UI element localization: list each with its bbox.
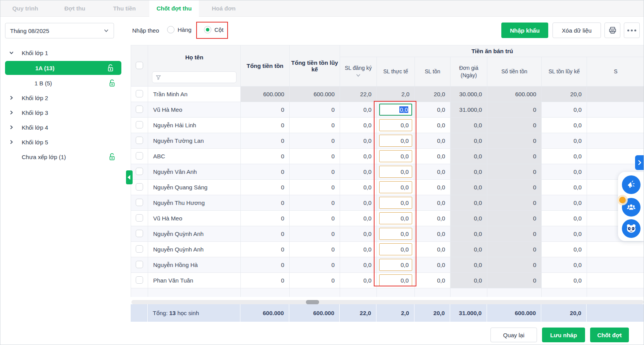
sidebar-item-grade-4[interactable]: Khối lớp 3 <box>0 105 131 120</box>
import-button[interactable]: Nhập khẩu <box>501 23 548 38</box>
row-checkbox[interactable] <box>136 168 143 175</box>
cell-total-acc: 0 <box>290 102 340 118</box>
announcements-button[interactable] <box>622 175 641 194</box>
row-checkbox[interactable] <box>136 230 143 237</box>
totals-sl-ton-luy-ke: 20,0 <box>541 304 587 322</box>
sidebar-item-grade-6[interactable]: Khối lớp 5 <box>0 135 131 149</box>
sl-thuc-te-input[interactable]: 0,0 <box>379 119 412 131</box>
select-all-checkbox[interactable] <box>136 62 143 69</box>
row-checkbox[interactable] <box>136 261 143 268</box>
cell-student-name: Nguyễn Tường Lan <box>148 133 241 149</box>
row-checkbox-cell <box>131 257 148 273</box>
unlocked-padlock-icon <box>108 153 116 161</box>
more-button[interactable] <box>624 23 640 38</box>
chevron-down-icon[interactable] <box>9 50 14 55</box>
row-checkbox[interactable] <box>136 137 143 144</box>
cell-student-name: Nguyễn Quang Sáng <box>148 180 241 195</box>
row-checkbox[interactable] <box>136 245 143 253</box>
cell-so-tien-ton: 0 <box>487 149 542 164</box>
cell-truncated <box>587 133 644 149</box>
row-checkbox-cell <box>131 149 148 164</box>
cell-total: 0 <box>241 133 290 149</box>
chevron-right-icon[interactable] <box>9 110 14 115</box>
chevron-right-icon[interactable] <box>9 95 14 101</box>
sidebar-item-grade-5[interactable]: Khối lớp 4 <box>0 120 131 135</box>
clear-data-button[interactable]: Xóa dữ liệu <box>552 23 601 38</box>
sidebar-item-label: Khối lớp 1 <box>22 50 48 56</box>
cell-sl-thuc-te: 0,0 <box>377 242 415 257</box>
row-checkbox[interactable] <box>136 214 143 222</box>
sidebar-item-grade-0[interactable]: Khối lớp 1 <box>0 45 131 60</box>
cell-don-gia: 0,0 <box>451 242 487 257</box>
scrollbar-thumb[interactable] <box>306 300 319 304</box>
sl-thuc-te-input[interactable]: 0,0 <box>379 197 412 209</box>
print-button[interactable] <box>604 23 620 38</box>
table-row: Nguyễn Quỳnh Anh000,00,00,00,000,0 <box>131 226 644 242</box>
radio-circle-selected[interactable] <box>204 26 211 33</box>
name-filter-input[interactable] <box>152 71 237 83</box>
cell-so-tien-ton: 0 <box>487 102 542 118</box>
sort-chevron-icon[interactable] <box>356 72 361 78</box>
sidebar-item-class-7[interactable]: Chưa xếp lớp (1) <box>0 149 131 164</box>
row-checkbox-cell <box>131 118 148 133</box>
back-button[interactable]: Quay lại <box>490 328 537 342</box>
cell-don-gia: 0,0 <box>451 211 487 226</box>
row-checkbox[interactable] <box>136 121 143 128</box>
sl-thuc-te-input[interactable]: 0,0 <box>379 150 412 162</box>
cell-sl-ton-luy-ke: 0,0 <box>542 149 587 164</box>
chevron-right-icon[interactable] <box>9 125 14 130</box>
cell-sl-ton: 20,0 <box>415 87 451 102</box>
sidebar-item-label: Khối lớp 5 <box>22 139 48 146</box>
header-sl-dang-ky[interactable]: SL đăng ký <box>340 57 377 87</box>
sl-thuc-te-input[interactable]: 0,0 <box>379 212 412 224</box>
save-draft-button[interactable]: Lưu nháp <box>542 328 585 342</box>
cell-sl-ton-luy-ke: 0,0 <box>542 273 587 288</box>
tab-2[interactable]: Đợt thu <box>50 0 100 17</box>
expand-panel-tab[interactable] <box>635 155 644 170</box>
radio-cot[interactable]: Cột <box>204 26 223 33</box>
cell-total: 0 <box>241 242 290 257</box>
cell-don-gia: 30.000,0 <box>451 87 487 102</box>
close-period-button[interactable]: Chốt đợt <box>590 328 629 342</box>
tab-4[interactable]: Chốt đợt thu <box>149 0 199 17</box>
row-checkbox[interactable] <box>136 199 143 206</box>
sl-thuc-te-input[interactable]: 0,0 <box>379 259 412 271</box>
cell-don-gia: 0,0 <box>451 257 487 273</box>
sidebar-item-grade-3[interactable]: Khối lớp 2 <box>0 90 131 105</box>
printer-icon <box>608 26 617 35</box>
row-checkbox[interactable] <box>136 152 143 159</box>
cell-sl-ton: 0,0 <box>415 195 451 211</box>
month-select[interactable]: Tháng 08/2025 <box>5 23 114 38</box>
cell-sl-thuc-te: 0,0 <box>377 118 415 133</box>
row-checkbox[interactable] <box>136 106 143 113</box>
sl-thuc-te-input[interactable]: 0,0 <box>379 181 412 193</box>
row-checkbox[interactable] <box>136 183 143 191</box>
cell-total-acc: 0 <box>290 164 340 180</box>
header-truncated: S <box>587 57 644 87</box>
unlocked-padlock-icon <box>108 79 116 87</box>
sidebar-item-class-2[interactable]: 1 B (5) <box>0 76 131 90</box>
cell-don-gia: 0,0 <box>451 195 487 211</box>
sidebar-item-class-1[interactable]: 1A (13) <box>5 61 121 75</box>
sl-thuc-te-input[interactable]: 0,0 <box>379 135 412 147</box>
sl-thuc-te-input[interactable]: 0,0 <box>379 104 412 116</box>
cell-don-gia: 31.000,0 <box>451 102 487 118</box>
sl-thuc-te-input[interactable]: 0,0 <box>379 228 412 240</box>
class-tree: Khối lớp 11A (13)1 B (5)Khối lớp 2Khối l… <box>0 45 131 164</box>
sidebar-collapse-handle[interactable] <box>126 170 133 184</box>
tab-5[interactable]: Hoá đơn <box>199 0 249 17</box>
tab-1[interactable]: Quy trình <box>0 0 50 17</box>
radio-circle[interactable] <box>167 26 174 33</box>
row-checkbox[interactable] <box>136 90 143 97</box>
sl-thuc-te-input[interactable]: 0,0 <box>379 274 412 286</box>
chevron-right-icon[interactable] <box>9 140 14 145</box>
row-checkbox[interactable] <box>136 276 143 284</box>
chatbot-mascot-button[interactable] <box>622 219 641 238</box>
totals-total-acc: 600.000 <box>289 304 340 322</box>
cell-sl-ton: 0,0 <box>415 180 451 195</box>
tab-3[interactable]: Thu tiền <box>100 0 149 17</box>
sl-thuc-te-input[interactable]: 0,0 <box>379 166 412 178</box>
radio-hang[interactable]: Hàng <box>167 26 192 33</box>
radio-hang-label: Hàng <box>178 26 192 33</box>
sl-thuc-te-input[interactable]: 0,0 <box>379 243 412 255</box>
